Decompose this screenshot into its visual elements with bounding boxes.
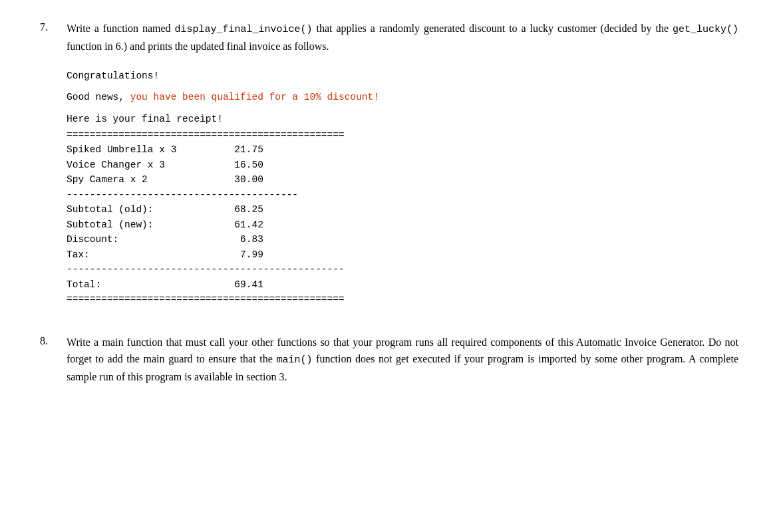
receipt-eq-bottom: ========================================… bbox=[67, 292, 738, 307]
receipt-item-3: Spy Camera x 2 30.00 bbox=[67, 172, 738, 187]
receipt-item-1: Spiked Umbrella x 3 21.75 bbox=[67, 142, 738, 157]
question-7-block: 7. Write a function named display_final_… bbox=[40, 20, 738, 307]
receipt-here-is: Here is your final receipt! bbox=[67, 112, 738, 126]
receipt-tax: Tax: 7.99 bbox=[67, 247, 738, 262]
content-wrapper: 7. Write a function named display_final_… bbox=[40, 20, 738, 386]
question-8-text: Write a main function that must call you… bbox=[67, 334, 738, 386]
receipt-subtotal-new: Subtotal (new): 61.42 bbox=[67, 217, 738, 232]
receipt-block: Congratulations! Good news, you have bee… bbox=[67, 68, 738, 307]
question-7-paragraph: Write a function named display_final_inv… bbox=[67, 20, 738, 55]
receipt-dash-2: ----------------------------------------… bbox=[67, 262, 738, 277]
receipt-good-news: Good news, you have been qualified for a… bbox=[67, 90, 738, 104]
receipt-item-2: Voice Changer x 3 16.50 bbox=[67, 158, 738, 172]
receipt-congratulations: Congratulations! bbox=[67, 68, 738, 83]
code-get-lucky: get_lucky() bbox=[673, 24, 738, 35]
receipt-eq-top: ========================================… bbox=[67, 128, 738, 142]
receipt-dash-1: ---------------------------------------- bbox=[67, 188, 738, 202]
receipt-highlight: you have been qualified for a 10% discou… bbox=[130, 92, 379, 102]
code-main: main() bbox=[276, 354, 312, 366]
question-7-text: Write a function named display_final_inv… bbox=[67, 20, 738, 307]
question-7-number: 7. bbox=[40, 20, 67, 33]
code-display-final-invoice: display_final_invoice() bbox=[175, 24, 313, 35]
receipt-discount: Discount: 6.83 bbox=[67, 232, 738, 247]
question-8-number: 8. bbox=[40, 334, 67, 347]
question-8-paragraph: Write a main function that must call you… bbox=[67, 334, 738, 386]
receipt-total: Total: 69.41 bbox=[67, 277, 738, 292]
question-8-block: 8. Write a main function that must call … bbox=[40, 334, 738, 386]
receipt-subtotal-old: Subtotal (old): 68.25 bbox=[67, 202, 738, 217]
